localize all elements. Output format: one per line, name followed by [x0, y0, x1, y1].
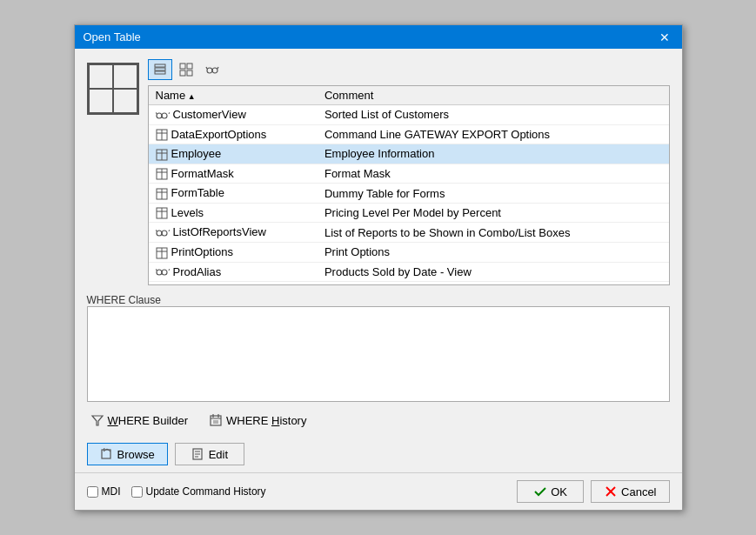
toolbar [148, 59, 670, 80]
table-row[interactable]: ProdAliasProducts Sold by Date - View [149, 262, 669, 282]
footer: MDI Update Command History OK Cancel [75, 472, 682, 510]
row-comment-cell: List of Reports to be Shown in Combo/Lis… [318, 223, 669, 243]
glasses-icon [205, 63, 219, 77]
row-name: FormTable [171, 186, 224, 199]
table-row[interactable]: EmployeeEmployee Information [149, 144, 669, 164]
table-icon [156, 247, 168, 259]
ok-label: OK [551, 485, 567, 498]
top-section: Name Comment CustomerViewS [87, 59, 670, 285]
toolbar-grid-button[interactable] [174, 59, 198, 80]
table-row[interactable]: FormTableDummy Table for Forms [149, 184, 669, 204]
sort-indicator [185, 89, 195, 102]
row-comment-cell: Products Sold by Date - View [318, 262, 669, 282]
ok-check-icon [533, 485, 547, 498]
where-label: WHERE Clause [87, 294, 670, 306]
table-row[interactable]: LevelsPricing Level Per Model by Percent [149, 203, 669, 223]
filter-icon [90, 413, 104, 427]
svg-point-13 [157, 113, 162, 118]
svg-point-8 [212, 68, 217, 73]
edit-label: Edit [209, 448, 228, 461]
toolbar-tables-button[interactable] [148, 59, 172, 80]
view-icon [156, 266, 170, 278]
svg-rect-3 [180, 64, 185, 69]
where-history-label: WHERE History [226, 414, 306, 427]
row-name-cell: CustomerView [149, 105, 318, 125]
update-history-checkbox[interactable] [131, 486, 143, 498]
svg-line-35 [156, 230, 157, 231]
ok-button[interactable]: OK [517, 480, 584, 503]
close-button[interactable]: ✕ [656, 31, 673, 43]
row-name-cell: Employee [149, 144, 318, 164]
table-icon [156, 129, 168, 141]
row-name: ListOfReportsView [173, 225, 266, 238]
where-buttons: WHERE Builder WHERE History [87, 411, 670, 429]
mdi-checkbox-label[interactable]: MDI [87, 485, 121, 498]
row-comment-cell: Pricing Level Per Model by Percent [318, 203, 669, 223]
svg-line-15 [156, 112, 157, 114]
svg-line-16 [169, 112, 170, 114]
table-icon [156, 207, 168, 219]
row-name-cell: Levels [149, 203, 318, 223]
col-name-header[interactable]: Name [149, 86, 318, 105]
row-name-cell: DataExportOptions [149, 124, 318, 144]
where-section: WHERE Clause [87, 292, 670, 405]
toolbar-views-button[interactable] [200, 59, 224, 80]
row-comment-cell: Command Line GATEWAY EXPORT Options [318, 124, 669, 144]
table-row[interactable]: CustomerViewSorted List of Customers [149, 105, 669, 125]
table-icon [156, 168, 168, 180]
action-buttons-row: Browse Edit [75, 439, 682, 472]
browse-button[interactable]: Browse [87, 443, 168, 465]
col-comment-header[interactable]: Comment [318, 86, 669, 105]
mdi-checkbox[interactable] [87, 486, 98, 498]
where-history-button[interactable]: WHERE History [205, 411, 310, 429]
table-list[interactable]: Name Comment CustomerViewS [148, 85, 670, 285]
data-table: Name Comment CustomerViewS [149, 86, 669, 282]
large-table-icon [87, 63, 139, 115]
cancel-label: Cancel [621, 485, 656, 498]
row-name: Levels [171, 206, 204, 219]
table-row[interactable]: PrintOptionsPrint Options [149, 242, 669, 262]
update-history-label: Update Command History [146, 485, 266, 498]
layers-icon [153, 63, 167, 77]
browse-icon [100, 447, 114, 461]
svg-rect-1 [155, 68, 165, 70]
svg-rect-4 [187, 64, 192, 69]
svg-rect-2 [155, 71, 165, 74]
view-icon [156, 227, 170, 239]
svg-point-34 [162, 231, 167, 236]
row-comment-cell: Sorted List of Customers [318, 105, 669, 125]
svg-line-44 [169, 269, 170, 271]
browse-label: Browse [117, 448, 155, 461]
footer-left: MDI Update Command History [87, 485, 266, 498]
row-name: Employee [171, 147, 222, 160]
where-textarea[interactable] [87, 306, 670, 402]
table-row[interactable]: ListOfReportsViewList of Reports to be S… [149, 223, 669, 243]
row-comment-cell: Print Options [318, 242, 669, 262]
dialog-title: Open Table [84, 30, 141, 43]
update-history-checkbox-label[interactable]: Update Command History [131, 485, 266, 498]
row-name: ProdAlias [173, 265, 222, 278]
row-name-cell: FormatMask [149, 164, 318, 184]
svg-point-33 [157, 231, 162, 236]
where-builder-button[interactable]: WHERE Builder [87, 411, 191, 429]
cancel-x-icon [604, 485, 618, 498]
svg-rect-5 [180, 70, 185, 76]
svg-rect-0 [155, 64, 165, 67]
row-comment-cell: Dummy Table for Forms [318, 184, 669, 204]
svg-point-14 [162, 113, 167, 118]
open-table-dialog: Open Table ✕ [74, 24, 683, 511]
row-name-cell: ListOfReportsView [149, 223, 318, 243]
calendar-icon [209, 413, 223, 427]
cancel-button[interactable]: Cancel [591, 480, 669, 503]
row-comment-cell: Format Mask [318, 164, 669, 184]
svg-line-36 [169, 230, 170, 231]
edit-icon [191, 447, 205, 461]
row-name: PrintOptions [171, 245, 234, 258]
right-section: Name Comment CustomerViewS [148, 59, 670, 285]
table-row[interactable]: DataExportOptionsCommand Line GATEWAY EX… [149, 124, 669, 144]
row-name-cell: ProdAlias [149, 262, 318, 282]
grid-icon [179, 63, 193, 77]
table-row[interactable]: FormatMaskFormat Mask [149, 164, 669, 184]
edit-button[interactable]: Edit [175, 443, 244, 465]
svg-point-42 [162, 270, 167, 275]
